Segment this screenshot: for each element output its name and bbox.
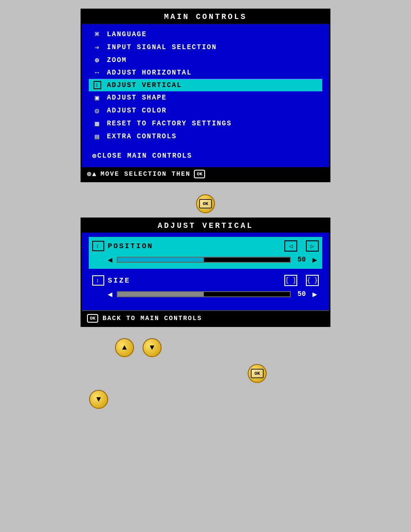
adjust-vertical-title: ADJUST VERTICAL	[82, 219, 329, 233]
size-slider-track	[117, 291, 291, 297]
size-adj-icons: [ ] { }	[284, 275, 319, 286]
adjust-vertical-icon: ↕	[90, 81, 104, 89]
menu-item-reset[interactable]: ▦ RESET TO FACTORY SETTINGS	[89, 117, 322, 130]
nav-up-button[interactable]: ▲	[115, 338, 134, 357]
menu-item-adjust-color[interactable]: ◎ ADJUST COLOR	[89, 104, 322, 117]
ok-inner-label-2: OK	[251, 369, 264, 378]
back-ok-icon: OK	[87, 314, 98, 323]
size-label-row: ↕ SIZE	[92, 275, 284, 286]
back-bar: OK BACK TO MAIN CONTROLS	[82, 310, 329, 326]
bottom-down-arrow-icon: ▼	[97, 395, 101, 404]
ok-button-row2: OK	[81, 364, 330, 383]
ok-inner-label: OK	[199, 199, 212, 208]
menu-item-adjust-shape[interactable]: ▣ ADJUST SHAPE	[89, 91, 322, 104]
position-label: POSITION	[108, 242, 153, 250]
menu-item-adjust-vertical[interactable]: ↕ ADJUST VERTICAL	[89, 79, 322, 91]
bottom-arrow-row: ▼	[81, 390, 330, 409]
extra-controls-label: EXTRA CONTROLS	[107, 133, 177, 140]
position-increase-icon[interactable]: ▷	[306, 240, 319, 252]
reset-icon: ▦	[90, 119, 104, 128]
position-decrease-icon[interactable]: ◁	[284, 240, 297, 252]
extra-controls-icon: ▤	[90, 132, 104, 141]
close-label: CLOSE MAIN CONTROLS	[97, 152, 192, 160]
adjust-vertical-label: ADJUST VERTICAL	[107, 81, 182, 89]
position-slider-track	[117, 257, 291, 263]
zoom-label: ZOOM	[107, 56, 127, 64]
size-top-row: ↕ SIZE [ ] { }	[92, 275, 319, 286]
close-main-controls[interactable]: ⊗ CLOSE MAIN CONTROLS	[89, 149, 322, 163]
position-label-row: ↕ POSITION	[92, 241, 284, 251]
back-label: BACK TO MAIN CONTROLS	[103, 315, 202, 322]
position-slider-fill	[118, 258, 204, 262]
adjust-color-icon: ◎	[90, 106, 104, 115]
menu-item-input-signal[interactable]: ⇒ INPUT SIGNAL SELECTION	[89, 41, 322, 54]
language-label: LANGUAGE	[107, 31, 147, 38]
position-icon: ↕	[92, 241, 104, 251]
down-arrow-icon: ▼	[150, 343, 155, 352]
ok-button-between: OK	[196, 194, 215, 213]
zoom-icon: ⊕	[90, 56, 104, 65]
input-signal-label: INPUT SIGNAL SELECTION	[107, 44, 217, 51]
position-slider-row: ◀ 50 ▶	[92, 255, 319, 267]
menu-item-language[interactable]: ⌘ LANGUAGE	[89, 28, 322, 41]
adjust-color-label: ADJUST COLOR	[107, 107, 167, 115]
reset-label: RESET TO FACTORY SETTINGS	[107, 120, 232, 128]
menu-list: ⌘ LANGUAGE ⇒ INPUT SIGNAL SELECTION ⊕ ZO…	[82, 24, 329, 167]
adjust-shape-icon: ▣	[90, 93, 104, 102]
nav-down-button[interactable]: ▼	[143, 338, 162, 357]
size-value: 50	[295, 290, 308, 298]
adjust-horizontal-icon: ↔	[90, 69, 104, 77]
close-icon: ⊗	[92, 152, 97, 160]
position-right-arrow[interactable]: ▶	[312, 255, 317, 264]
position-left-arrow[interactable]: ◀	[108, 255, 112, 264]
size-increase-icon[interactable]: { }	[306, 275, 319, 286]
nav-up-down-icon: ⊗▲	[87, 170, 97, 178]
ok-gold-button-2[interactable]: OK	[248, 364, 267, 383]
adjust-content: ↕ POSITION ◁ ▷ ◀ 50 ▶ ↕	[82, 233, 329, 310]
size-left-arrow[interactable]: ◀	[108, 289, 112, 299]
up-arrow-icon: ▲	[122, 343, 127, 352]
size-icon: ↕	[92, 275, 104, 286]
adjust-shape-label: ADJUST SHAPE	[107, 94, 167, 102]
ok-gold-button[interactable]: OK	[196, 194, 215, 213]
position-top-row: ↕ POSITION ◁ ▷	[92, 240, 319, 252]
size-slider-row: ◀ 50 ▶	[92, 289, 319, 302]
size-section: ↕ SIZE [ ] { } ◀ 50 ▶	[89, 271, 322, 303]
menu-divider	[89, 143, 322, 147]
position-section: ↕ POSITION ◁ ▷ ◀ 50 ▶	[89, 237, 322, 269]
nav-down-button-bottom[interactable]: ▼	[89, 390, 108, 409]
footer-bar: ⊗▲ MOVE SELECTION THEN OK	[82, 167, 329, 181]
main-controls-panel: MAIN CONTROLS ⌘ LANGUAGE ⇒ INPUT SIGNAL …	[81, 9, 330, 182]
input-signal-icon: ⇒	[90, 43, 104, 52]
footer-label: MOVE SELECTION THEN	[100, 171, 190, 178]
size-decrease-icon[interactable]: [ ]	[284, 275, 297, 286]
main-controls-title: MAIN CONTROLS	[82, 10, 329, 24]
adjust-vertical-panel: ADJUST VERTICAL ↕ POSITION ◁ ▷ ◀ 50	[81, 218, 330, 327]
ok-icon: OK	[194, 170, 205, 178]
position-adj-icons: ◁ ▷	[284, 240, 319, 252]
nav-arrows-row: ▲ ▼	[81, 338, 330, 357]
menu-item-adjust-horizontal[interactable]: ↔ ADJUST HORIZONTAL	[89, 67, 322, 79]
adjust-horizontal-label: ADJUST HORIZONTAL	[107, 69, 192, 77]
language-icon: ⌘	[90, 30, 104, 39]
menu-item-extra-controls[interactable]: ▤ EXTRA CONTROLS	[89, 130, 322, 143]
size-right-arrow[interactable]: ▶	[312, 289, 317, 299]
size-label: SIZE	[108, 277, 131, 285]
position-value: 50	[295, 256, 308, 264]
menu-item-zoom[interactable]: ⊕ ZOOM	[89, 54, 322, 67]
size-slider-fill	[118, 292, 204, 296]
